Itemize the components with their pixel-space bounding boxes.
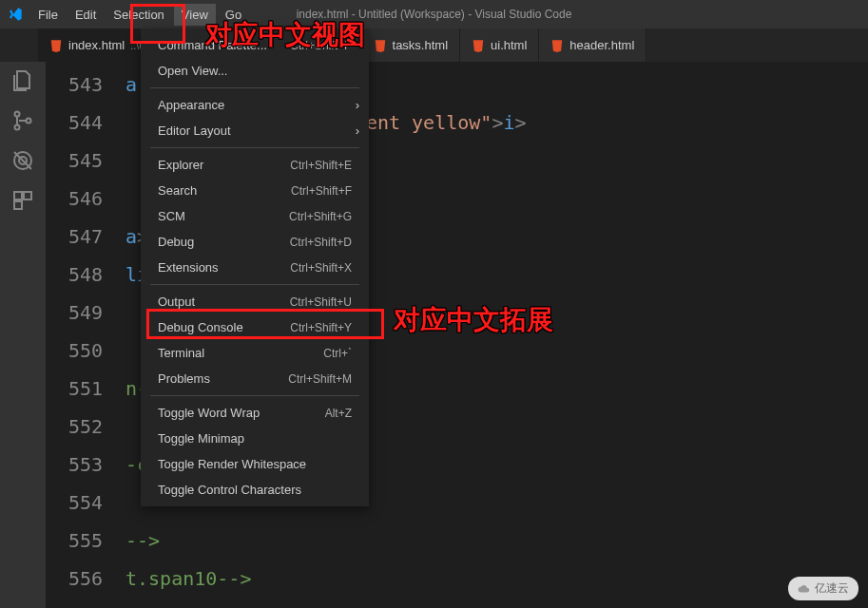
line-number: 556	[46, 560, 103, 598]
menu-file[interactable]: File	[30, 4, 66, 26]
view-menu-dropdown: Command Palette...Ctrl+Shift+POpen View.…	[141, 28, 369, 506]
svg-rect-5	[14, 192, 22, 200]
menu-item-open-view-[interactable]: Open View...	[141, 58, 369, 84]
annotation-view: 对应中文视图	[205, 17, 365, 53]
extensions-icon[interactable]	[11, 189, 34, 212]
tab-tasks-html[interactable]: tasks.html	[362, 28, 461, 62]
menu-item-scm[interactable]: SCMCtrl+Shift+G	[141, 203, 369, 229]
code-line: t.span10-->	[125, 560, 868, 598]
line-number: 543	[46, 66, 103, 104]
line-number: 553	[46, 446, 103, 484]
menu-item-toggle-control-characters[interactable]: Toggle Control Characters	[141, 477, 369, 503]
activity-bar	[0, 62, 46, 608]
line-number: 551	[46, 370, 103, 408]
menu-item-appearance[interactable]: Appearance	[141, 92, 369, 118]
menu-item-toggle-word-wrap[interactable]: Toggle Word WrapAlt+Z	[141, 400, 369, 426]
line-number: 550	[46, 332, 103, 370]
line-number: 544	[46, 104, 103, 142]
cloud-icon	[798, 582, 811, 596]
menu-selection[interactable]: Selection	[106, 4, 171, 26]
menu-item-toggle-minimap[interactable]: Toggle Minimap	[141, 426, 369, 451]
title-bar: FileEditSelectionViewGo index.html - Unt…	[0, 0, 868, 28]
line-number: 548	[46, 256, 103, 294]
svg-point-1	[15, 125, 20, 130]
files-icon[interactable]	[11, 69, 34, 92]
line-number: 555	[46, 522, 103, 560]
svg-point-2	[27, 119, 31, 124]
svg-rect-6	[24, 192, 31, 200]
menu-item-search[interactable]: SearchCtrl+Shift+F	[141, 178, 369, 203]
tab-bar: index.html..\01_ages.htmltable.htmltasks…	[0, 28, 868, 62]
watermark-text: 亿速云	[815, 580, 849, 597]
menu-item-editor-layout[interactable]: Editor Layout	[141, 118, 369, 143]
line-number: 549	[46, 294, 103, 332]
menu-item-debug-console[interactable]: Debug ConsoleCtrl+Shift+Y	[141, 314, 369, 340]
line-number: 554	[46, 484, 103, 522]
svg-rect-7	[14, 201, 22, 209]
line-number: 546	[46, 180, 103, 218]
watermark: 亿速云	[788, 577, 858, 600]
menu-edit[interactable]: Edit	[68, 4, 104, 26]
menu-item-terminal[interactable]: TerminalCtrl+`	[141, 340, 369, 366]
menu-item-toggle-render-whitespace[interactable]: Toggle Render Whitespace	[141, 451, 369, 477]
line-number: 552	[46, 408, 103, 446]
menu-item-extensions[interactable]: ExtensionsCtrl+Shift+X	[141, 255, 369, 280]
tab-ui-html[interactable]: ui.html	[460, 28, 539, 62]
line-gutter: 5435445455465475485495505515525535545555…	[46, 62, 125, 608]
menu-item-problems[interactable]: ProblemsCtrl+Shift+M	[141, 366, 369, 391]
menu-item-debug[interactable]: DebugCtrl+Shift+D	[141, 229, 369, 255]
code-line: -->	[125, 522, 868, 560]
menu-item-output[interactable]: OutputCtrl+Shift+U	[141, 289, 369, 314]
vscode-icon	[8, 7, 23, 22]
annotation-extensions: 对应中文拓展	[394, 302, 553, 338]
debug-icon[interactable]	[11, 149, 34, 172]
source-control-icon[interactable]	[11, 109, 34, 132]
svg-point-0	[15, 112, 20, 117]
line-number: 547	[46, 218, 103, 256]
line-number: 545	[46, 142, 103, 180]
menu-item-explorer[interactable]: ExplorerCtrl+Shift+E	[141, 152, 369, 178]
tab-header-html[interactable]: header.html	[539, 28, 646, 62]
